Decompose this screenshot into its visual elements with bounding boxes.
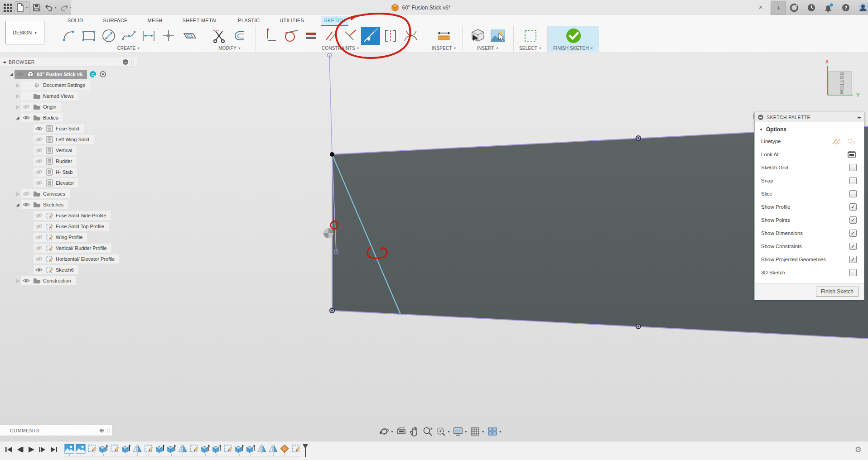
project-tool-icon[interactable] [178,26,198,45]
tab-plastic[interactable]: PLASTIC [235,16,263,26]
group-label[interactable]: INSPECT▼ [432,45,457,51]
tree-item-construction[interactable]: Construction [21,276,76,285]
group-label[interactable]: CREATE▼ [117,45,140,51]
visibility-eye-on-icon[interactable] [22,114,30,121]
visibility-eye-off-icon[interactable] [35,234,43,241]
curvature-constraint-icon[interactable] [400,26,420,45]
extrude-feature-icon[interactable] [98,444,108,454]
visibility-eye-on-icon[interactable] [35,125,43,132]
extrude-feature-icon[interactable] [234,444,244,454]
tab-sketch[interactable]: SKETCH [321,16,348,26]
tree-item-canvases[interactable]: Canvases [21,189,70,198]
group-label[interactable]: FINISH SKETCH▼ [553,45,593,51]
display-settings-icon[interactable]: ▼ [453,426,468,436]
root-document-item[interactable]: 60" Fusion Stick v6 [14,70,87,79]
finish-sketch-check-icon[interactable] [564,26,583,45]
visibility-eye-on-icon[interactable] [22,277,30,284]
tree-item-left-wing-solid[interactable]: Left Wing Solid [34,135,94,144]
circle-tool-icon[interactable] [99,26,119,45]
visibility-eye-on-icon[interactable] [16,71,24,78]
horizontal-vertical-constraint-icon[interactable] [261,26,281,45]
close-document-button[interactable]: × [757,3,765,11]
visibility-eye-off-icon[interactable] [22,103,30,110]
tree-item-wing-profile[interactable]: Wing Profile [34,233,87,242]
tree-item-fuse-solid-top-profile[interactable]: Fuse Solid Top Profile [34,222,109,231]
view-cube[interactable]: X Y BOTTOM [824,53,868,101]
extrude-feature-icon[interactable] [246,444,256,454]
step-forward-icon[interactable] [39,446,47,453]
checkbox-unchecked[interactable] [849,177,857,184]
parallel-constraint-icon[interactable] [321,26,341,45]
sketch-feature-icon[interactable] [223,444,233,454]
tree-item-fuse-solid-side-profile[interactable]: Fuse Solid Side Profile [34,211,111,220]
document-tab[interactable]: 60" Fusion Stick v6* × [71,0,770,15]
tree-collapsed-icon[interactable]: ▷ [14,192,21,196]
mirror-feature-icon[interactable] [132,444,142,454]
tree-item-sketches[interactable]: Sketches [21,200,68,209]
visibility-eye-off-icon[interactable] [35,255,43,263]
panel-grip[interactable] [131,60,134,65]
finish-sketch-button[interactable]: Finish Sketch [816,287,858,297]
select-box-icon[interactable] [521,26,540,45]
extrude-feature-icon[interactable] [212,444,222,454]
construction-linetype-icon[interactable] [831,137,842,146]
appearance-feature-icon[interactable] [280,444,289,454]
group-label[interactable]: INSERT▼ [477,45,499,51]
tangent-constraint-icon[interactable] [281,26,301,45]
visibility-eye-off-icon[interactable] [22,190,30,197]
new-document-tab-button[interactable]: + [772,1,786,15]
tree-expanded-icon[interactable]: ◢ [14,115,21,120]
app-grid-icon[interactable] [2,2,14,14]
coincident-constraint-active-icon[interactable] [361,26,381,45]
checkbox-checked[interactable]: ✓ [849,256,857,263]
browser-root-row[interactable]: ◢60" Fusion Stick v6C [0,69,137,80]
visibility-eye-off-icon[interactable] [35,179,43,187]
trim-tool-icon[interactable] [210,26,230,45]
tree-item-sketch6[interactable]: Sketch6 [34,265,78,274]
timeline-settings-gear-icon[interactable]: ⚙ [855,445,862,455]
tab-sheet-metal[interactable]: SHEET METAL [179,16,222,26]
pan-icon[interactable] [409,426,420,437]
measure-icon[interactable] [434,26,454,45]
rectangle-tool-icon[interactable] [79,26,99,45]
checkbox-checked[interactable]: ✓ [849,243,857,250]
visibility-eye-off-icon[interactable] [22,92,30,100]
file-menu-button[interactable]: ▼ [14,1,30,14]
group-label[interactable]: CONSTRAINTS▼ [322,45,360,51]
sketch-feature-icon[interactable] [291,444,301,454]
tab-mesh[interactable]: MESH [145,16,166,26]
visibility-eye-off-icon[interactable] [35,212,43,219]
visibility-eye-on-icon[interactable] [22,201,30,208]
insert-mesh-icon[interactable] [468,26,488,45]
visibility-eye-off-icon[interactable] [35,223,43,230]
sketch-palette-header[interactable]: SKETCH PALETTE ▸▸ [755,112,864,122]
point-tool-icon[interactable] [159,26,178,45]
options-section-header[interactable]: ▼ Options [755,122,864,134]
tree-item-fuse-solid[interactable]: Fuse Solid [34,124,84,133]
history-icon[interactable] [805,2,817,14]
visibility-eye-off-icon[interactable] [35,244,43,252]
collapse-palette-icon[interactable]: ▸▸ [858,115,861,120]
undo-button[interactable]: ▼ [43,2,58,14]
tree-collapsed-icon[interactable]: ▷ [14,105,21,109]
zoom-icon[interactable]: ± [422,426,433,437]
browser-header[interactable]: ◂◂ BROWSER [0,58,137,67]
play-icon[interactable] [27,446,35,453]
tree-item-document-settings[interactable]: ⚙Document Settings [21,81,90,90]
group-label[interactable]: MODIFY▼ [218,45,241,51]
symmetry-constraint-icon[interactable] [381,26,400,45]
tree-item-vertical-rudder-profile[interactable]: Vertical/ Rudder Profile [34,244,111,253]
spline-tool-icon[interactable] [119,26,139,45]
hide-palette-icon[interactable] [758,115,763,120]
grid-settings-icon[interactable]: ▼ [470,426,485,436]
extensions-icon[interactable] [788,2,800,14]
tab-solid[interactable]: SOLID [64,16,87,26]
notifications-icon[interactable] [823,2,834,14]
checkbox-unchecked[interactable] [849,269,857,276]
visibility-eye-off-icon[interactable] [35,136,43,143]
extrude-feature-icon[interactable] [121,444,131,454]
avatar[interactable] [857,2,868,14]
tab-surface[interactable]: SURFACE [100,16,131,26]
extrude-feature-icon[interactable] [200,444,210,454]
collapse-panel-icon[interactable]: ◂◂ [3,60,5,64]
